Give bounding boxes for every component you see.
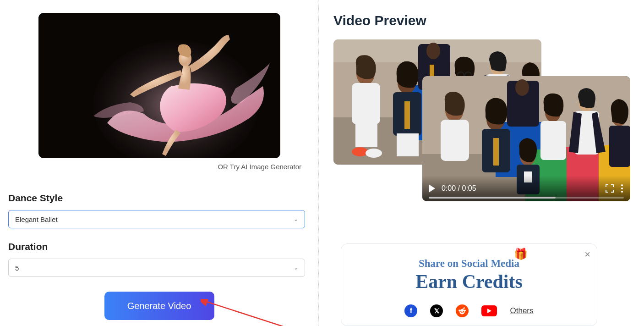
dance-style-select[interactable]: Elegant Ballet ⌄ xyxy=(8,210,305,228)
svg-rect-19 xyxy=(397,133,419,156)
svg-rect-18 xyxy=(404,101,410,129)
gift-icon: 🎁 xyxy=(514,248,528,260)
dance-style-value: Elegant Ballet xyxy=(15,215,58,223)
svg-rect-52 xyxy=(609,126,630,167)
svg-point-54 xyxy=(461,311,462,312)
x-twitter-icon[interactable]: 𝕏 xyxy=(430,304,443,317)
generate-video-button[interactable]: Generate Video xyxy=(104,292,214,320)
svg-point-55 xyxy=(463,311,464,312)
more-icon[interactable] xyxy=(620,183,624,193)
svg-rect-12 xyxy=(352,83,380,124)
earn-credits-title: Earn Credits xyxy=(352,271,586,293)
svg-point-15 xyxy=(366,149,382,158)
svg-point-57 xyxy=(464,309,466,311)
svg-point-14 xyxy=(352,147,368,156)
video-time: 0:00 / 0:05 xyxy=(442,184,476,193)
svg-line-4 xyxy=(205,301,283,326)
preview-video-front[interactable]: 0:00 / 0:05 xyxy=(422,76,630,201)
svg-point-53 xyxy=(460,309,465,315)
svg-line-59 xyxy=(462,308,464,309)
svg-point-43 xyxy=(515,79,529,96)
svg-rect-48 xyxy=(540,121,566,160)
or-try-text: OR Try AI Image Generator xyxy=(8,163,306,171)
facebook-icon[interactable]: f xyxy=(404,304,417,317)
others-link[interactable]: Others xyxy=(510,306,533,315)
uploaded-image[interactable] xyxy=(38,13,280,158)
video-preview-stack: 0:00 / 0:05 xyxy=(333,39,631,214)
dance-style-label: Dance Style xyxy=(8,193,310,204)
annotation-arrow xyxy=(201,299,292,326)
svg-rect-38 xyxy=(441,120,469,161)
duration-select[interactable]: 5 ⌄ xyxy=(8,259,305,277)
reddit-icon[interactable] xyxy=(456,304,469,317)
close-icon[interactable]: × xyxy=(584,249,590,260)
youtube-icon[interactable] xyxy=(481,305,497,316)
video-progress[interactable] xyxy=(429,197,624,199)
chevron-down-icon: ⌄ xyxy=(294,265,298,271)
svg-rect-41 xyxy=(493,138,499,166)
share-title: Share on Social Media 🎁 xyxy=(419,258,519,270)
duration-label: Duration xyxy=(8,241,310,252)
svg-point-56 xyxy=(458,309,460,311)
duration-value: 5 xyxy=(15,264,19,272)
play-icon[interactable] xyxy=(429,184,435,193)
svg-rect-13 xyxy=(355,122,377,147)
video-controls: 0:00 / 0:05 xyxy=(422,176,630,201)
svg-point-21 xyxy=(426,43,440,59)
ai-image-generator-link[interactable]: AI Image Generator xyxy=(241,163,301,171)
chevron-down-icon: ⌄ xyxy=(294,216,298,222)
fullscreen-icon[interactable] xyxy=(606,184,614,193)
share-card: × Share on Social Media 🎁 Earn Credits f… xyxy=(341,243,597,326)
video-preview-title: Video Preview xyxy=(333,13,631,28)
